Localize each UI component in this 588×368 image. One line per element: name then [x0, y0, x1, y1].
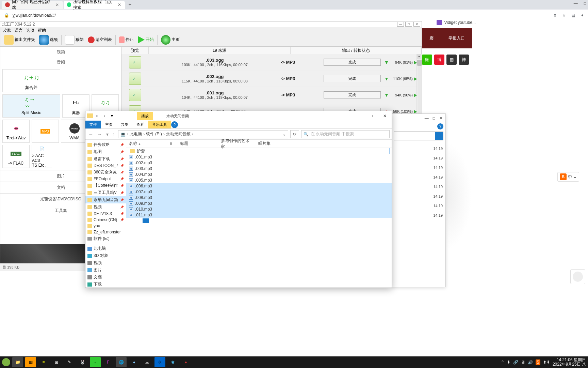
- col-preview[interactable]: 预览: [121, 47, 149, 54]
- clock[interactable]: 14:21:06 星期日 2022年9月25日 八: [553, 358, 586, 367]
- col-artist[interactable]: 参与创作的艺术家: [218, 138, 256, 150]
- close-button[interactable]: ✕: [413, 22, 420, 27]
- weibo-icon[interactable]: 博: [434, 55, 444, 65]
- file-item[interactable]: .009.mp3: [126, 200, 392, 206]
- text-to-wav-tile[interactable]: 👄Text->Wav: [2, 120, 30, 143]
- video-section[interactable]: 视频: [0, 47, 121, 57]
- menu-help[interactable]: 帮助: [38, 28, 46, 32]
- file-item[interactable]: .005.mp3: [126, 177, 392, 183]
- recent-dropdown[interactable]: ▾: [105, 132, 110, 137]
- tree-item[interactable]: 三叉工具箱V📌: [85, 189, 126, 196]
- tab-view[interactable]: 查看: [132, 121, 148, 128]
- minimize-button[interactable]: —: [425, 116, 429, 121]
- app-icon[interactable]: ❀: [167, 357, 178, 367]
- col-source[interactable]: 19 来源: [149, 47, 291, 54]
- ime-tray[interactable]: S: [536, 359, 540, 365]
- tree-item[interactable]: 【Coffee制作📌: [85, 182, 126, 189]
- home-button[interactable]: 主页: [159, 34, 181, 46]
- clear-list-button[interactable]: 清空列表: [86, 35, 114, 44]
- tree-item[interactable]: 软件 (E:): [85, 235, 126, 242]
- tree-item[interactable]: 3D 对象: [85, 252, 126, 259]
- file-item[interactable]: .003.mp3: [126, 166, 392, 171]
- explorer-taskbar[interactable]: 📁: [12, 357, 23, 367]
- wma-tile[interactable]: WMAWMA: [61, 120, 88, 143]
- audio-merge-tile[interactable]: ♫+♫频合并: [2, 69, 60, 92]
- search-input[interactable]: 🔍 在 永劫无间音频 中搜索: [301, 130, 390, 138]
- url-text[interactable]: yjwujian.cn/download/#/: [13, 13, 550, 18]
- col-title[interactable]: 标题: [177, 141, 218, 147]
- app-icon[interactable]: ≡: [38, 357, 49, 367]
- tree-item[interactable]: XFTV18.3📌: [85, 211, 126, 217]
- explorer-titlebar[interactable]: ▫ ▫ ▾ 播放 永劫无间音频 — □ ✕: [85, 111, 392, 121]
- app-icon[interactable]: ♦: [129, 357, 140, 367]
- audio-section[interactable]: 音频: [0, 57, 121, 67]
- minimize-button[interactable]: —: [351, 111, 364, 121]
- remove-button[interactable]: 移除: [63, 34, 85, 46]
- close-button[interactable]: ✕: [439, 116, 443, 121]
- tree-item[interactable]: Chinese(CN)📌: [85, 217, 126, 223]
- tray-icon[interactable]: ⬆⬇: [543, 360, 550, 365]
- maximize-button[interactable]: □: [433, 116, 435, 121]
- qat-icon[interactable]: ▫: [101, 112, 108, 119]
- tree-item[interactable]: 地图📌: [85, 148, 126, 155]
- tree-item[interactable]: 360安全浏览📌: [85, 169, 126, 176]
- navigation-pane[interactable]: 任务攻略📌地图📌迅雷下载📌DESTOON_7📌360安全浏览📌FFOutput📌…: [85, 140, 126, 288]
- app-icon[interactable]: ✎: [64, 357, 75, 367]
- tree-item[interactable]: DESTOON_7📌: [85, 163, 126, 169]
- file-item[interactable]: .006.mp3: [126, 183, 392, 189]
- floating-widget[interactable]: [570, 269, 585, 284]
- file-list[interactable]: 名称 ▴ # 标题 参与创作的艺术家 唱片集 护套.001.mp3.002.mp…: [126, 140, 392, 288]
- tree-item[interactable]: 任务攻略📌: [85, 141, 126, 148]
- file-item[interactable]: .011.mp3: [126, 212, 392, 218]
- chevron-down-icon[interactable]: ⌄: [282, 132, 286, 137]
- mp3-tile[interactable]: MP3: [32, 120, 59, 143]
- new-tab-button[interactable]: +: [126, 0, 134, 9]
- tab-share[interactable]: 共享: [117, 121, 132, 128]
- app-icon[interactable]: ⊞: [51, 357, 62, 367]
- file-item[interactable]: .004.mp3: [126, 171, 392, 177]
- chrome-taskbar[interactable]: 🌐: [116, 357, 127, 367]
- tab-home[interactable]: 主页: [101, 121, 117, 128]
- col-number[interactable]: #: [167, 141, 177, 146]
- tray-icon[interactable]: 🔊: [528, 360, 533, 365]
- app-icon[interactable]: ▫: [90, 357, 101, 367]
- app-icon[interactable]: ☁: [142, 357, 152, 367]
- maximize-button[interactable]: □: [364, 111, 378, 121]
- table-row[interactable]: .002.ogg115K , 44100 , 2ch , 113Kbps, 00…: [121, 71, 422, 87]
- ff-titlebar[interactable]: 式工厂 X64 5.12.2 — □ ✕: [0, 21, 422, 27]
- options-button[interactable]: 选项: [37, 34, 60, 46]
- table-row[interactable]: .001.ogg104K , 44100 , 2ch , 119Kbps, 00…: [121, 87, 422, 103]
- minimize-button[interactable]: —: [574, 1, 578, 6]
- file-item[interactable]: .002.mp3: [126, 160, 392, 166]
- help-icon[interactable]: ?: [437, 123, 443, 129]
- folder-icon[interactable]: [87, 113, 93, 118]
- tab-music-tools[interactable]: 音乐工具: [148, 121, 171, 128]
- tree-item[interactable]: 迅雷下载📌: [85, 155, 126, 163]
- tree-item[interactable]: 下载: [85, 281, 126, 288]
- up-button[interactable]: ↑: [112, 132, 116, 137]
- rename-box[interactable]: [143, 218, 149, 223]
- app-icon[interactable]: ▦: [25, 357, 36, 367]
- maximize-button[interactable]: □: [584, 1, 586, 6]
- app-icon[interactable]: ●: [180, 357, 191, 367]
- browser-tab-1[interactable]: 问》官网-现已开启游戏 ✕: [2, 1, 63, 9]
- app-icon[interactable]: F: [103, 357, 114, 367]
- share-icon[interactable]: ⇪: [553, 13, 557, 18]
- search-button[interactable]: [435, 132, 443, 140]
- tree-item[interactable]: 文档: [85, 274, 126, 281]
- tree-item[interactable]: 视频📌: [85, 203, 126, 211]
- output-folder-button[interactable]: 输出文件夹: [2, 34, 37, 46]
- reading-list-icon[interactable]: ▤: [571, 13, 575, 18]
- flac-tile[interactable]: FLAC-> FLAC: [2, 145, 30, 168]
- col-name[interactable]: 名称 ▴: [126, 141, 167, 147]
- tab-file[interactable]: 文件: [85, 121, 101, 128]
- search-box[interactable]: [394, 132, 443, 140]
- split-music-tile[interactable]: ♫→〰Split Music: [2, 94, 60, 118]
- maximize-button[interactable]: □: [405, 22, 412, 27]
- minimize-button[interactable]: —: [397, 22, 404, 27]
- col-output[interactable]: 输出 / 转换状态: [291, 47, 422, 54]
- extensions-icon[interactable]: ✦: [581, 13, 584, 18]
- menu-language[interactable]: 语言: [15, 28, 23, 32]
- forward-button[interactable]: →: [96, 132, 103, 137]
- vidiget-extension[interactable]: Vidiget youtube...: [437, 20, 476, 25]
